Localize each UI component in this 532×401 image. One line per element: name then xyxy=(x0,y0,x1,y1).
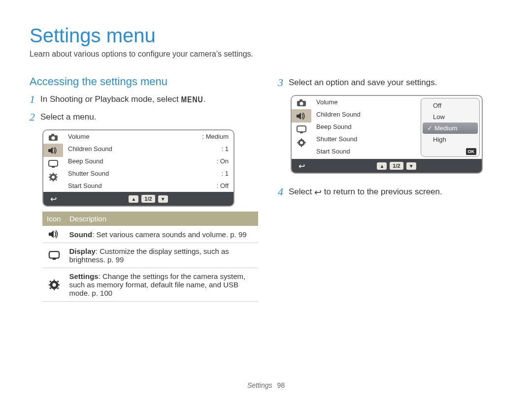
table-header-description: Description xyxy=(66,212,258,226)
device-menu-list: Volume Children Sound Beep Sound Shutter… xyxy=(311,96,419,159)
device-screen-option: Volume Children Sound Beep Sound Shutter… xyxy=(291,95,483,174)
svg-rect-1 xyxy=(51,134,54,136)
page-title: Settings menu xyxy=(30,25,502,47)
camera-icon xyxy=(43,130,63,144)
display-icon xyxy=(43,157,63,170)
option-item-selected: ✓Medium xyxy=(423,123,478,134)
pager-label: 1/2 xyxy=(390,162,403,170)
option-popup: Off Low ✓Medium High OK xyxy=(421,98,480,157)
menu-row-label: Beep Sound xyxy=(316,123,414,130)
step-number: 4 xyxy=(278,186,289,197)
section-heading: Accessing the settings menu xyxy=(30,75,258,88)
icon-description-table: Icon Description Sound: Set various came… xyxy=(42,212,258,302)
step-number: 3 xyxy=(278,77,289,88)
menu-row-label: Start Sound xyxy=(68,182,217,189)
footer-section: Settings xyxy=(247,381,272,389)
step-text: In Shooting or Playback mode, select MEN… xyxy=(40,94,258,105)
svg-rect-23 xyxy=(49,284,51,285)
step-text-suffix: to return to the previous screen. xyxy=(322,187,442,196)
svg-rect-34 xyxy=(300,132,303,133)
pager-label: 1/2 xyxy=(141,195,155,203)
check-icon: ✓ xyxy=(427,124,432,132)
step-number: 1 xyxy=(30,94,40,105)
svg-rect-5 xyxy=(52,166,55,168)
device-footer: ↩ ▲ 1/2 ▼ xyxy=(292,159,482,173)
menu-row-value: Off xyxy=(217,182,229,189)
step-3: 3 Select an option and save your setting… xyxy=(278,77,502,88)
back-icon: ↩ xyxy=(314,188,322,197)
step-text: Select a menu. xyxy=(40,112,258,123)
svg-rect-10 xyxy=(49,177,50,178)
svg-marker-16 xyxy=(49,230,54,238)
table-cell-description: Display: Customize the display settings,… xyxy=(66,243,258,268)
sound-icon xyxy=(43,226,66,243)
sound-icon xyxy=(292,109,311,123)
svg-point-20 xyxy=(52,283,56,286)
menu-row-label: Volume xyxy=(68,133,202,140)
menu-row-label: Shutter Sound xyxy=(316,135,414,143)
svg-rect-39 xyxy=(297,142,299,143)
menu-row: Shutter Sound1 xyxy=(63,167,233,180)
step-number: 2 xyxy=(30,112,40,123)
option-item: Low xyxy=(421,111,479,123)
svg-rect-17 xyxy=(49,251,59,258)
device-footer: ↩ ▲ 1/2 ▼ xyxy=(43,192,233,206)
menu-row-label: Children Sound xyxy=(68,145,222,153)
menu-row-label: Children Sound xyxy=(316,111,414,118)
step-1: 1 In Shooting or Playback mode, select M… xyxy=(30,94,258,105)
svg-rect-30 xyxy=(299,99,302,101)
svg-rect-21 xyxy=(53,279,54,281)
menu-row: Shutter Sound xyxy=(311,133,419,145)
option-label: Off xyxy=(433,102,441,109)
svg-marker-32 xyxy=(297,113,301,120)
ok-button: OK xyxy=(466,148,477,155)
option-item: Off xyxy=(421,100,479,111)
menu-row-label: Volume xyxy=(316,98,414,106)
svg-rect-18 xyxy=(52,258,56,260)
table-cell-description: Settings: Change the settings for the ca… xyxy=(66,268,258,302)
option-label: Low xyxy=(433,113,445,121)
gear-icon xyxy=(292,136,311,149)
menu-row: Children Sound1 xyxy=(63,143,233,155)
table-header-icon: Icon xyxy=(43,212,66,226)
table-cell-description: Sound: Set various camera sounds and vol… xyxy=(66,226,258,243)
menu-row: Start SoundOff xyxy=(63,180,233,192)
menu-row: Children Sound xyxy=(311,108,419,121)
option-item: High xyxy=(421,134,479,145)
menu-row-label: Beep Sound xyxy=(68,157,216,165)
gear-icon xyxy=(43,170,63,184)
svg-rect-9 xyxy=(53,180,54,182)
svg-point-7 xyxy=(52,176,55,179)
step-text: Select ↩ to return to the previous scree… xyxy=(289,186,502,197)
gear-icon xyxy=(43,268,66,302)
menu-row-label: Start Sound xyxy=(316,148,414,155)
svg-rect-8 xyxy=(53,173,54,174)
page-footer: Settings 98 xyxy=(0,381,532,389)
step-text-suffix: . xyxy=(203,94,206,104)
back-icon: ↩ xyxy=(43,194,63,204)
svg-point-31 xyxy=(300,102,303,105)
menu-row-value: Medium xyxy=(202,133,229,140)
menu-label: MENU xyxy=(181,93,203,106)
page-up-icon: ▲ xyxy=(377,162,387,170)
menu-row: Start Sound xyxy=(311,145,419,157)
svg-rect-37 xyxy=(301,138,302,140)
step-text: Select an option and save your settings. xyxy=(289,77,502,88)
menu-row: Beep Sound xyxy=(311,121,419,133)
svg-rect-22 xyxy=(53,288,54,290)
footer-page-number: 98 xyxy=(277,381,285,389)
display-icon xyxy=(292,123,311,136)
device-sidebar xyxy=(43,130,63,192)
page-down-icon: ▼ xyxy=(158,195,168,203)
table-row: Settings: Change the settings for the ca… xyxy=(43,268,258,302)
step-4: 4 Select ↩ to return to the previous scr… xyxy=(278,186,502,197)
display-icon xyxy=(43,243,66,268)
menu-row: Volume xyxy=(311,96,419,108)
svg-rect-33 xyxy=(297,126,306,132)
menu-row-label: Shutter Sound xyxy=(68,170,222,177)
table-row: Sound: Set various camera sounds and vol… xyxy=(43,226,258,243)
svg-rect-11 xyxy=(56,177,58,178)
page-subtitle: Learn about various options to configure… xyxy=(30,50,502,59)
svg-point-2 xyxy=(52,136,55,140)
step-2: 2 Select a menu. xyxy=(30,112,258,123)
